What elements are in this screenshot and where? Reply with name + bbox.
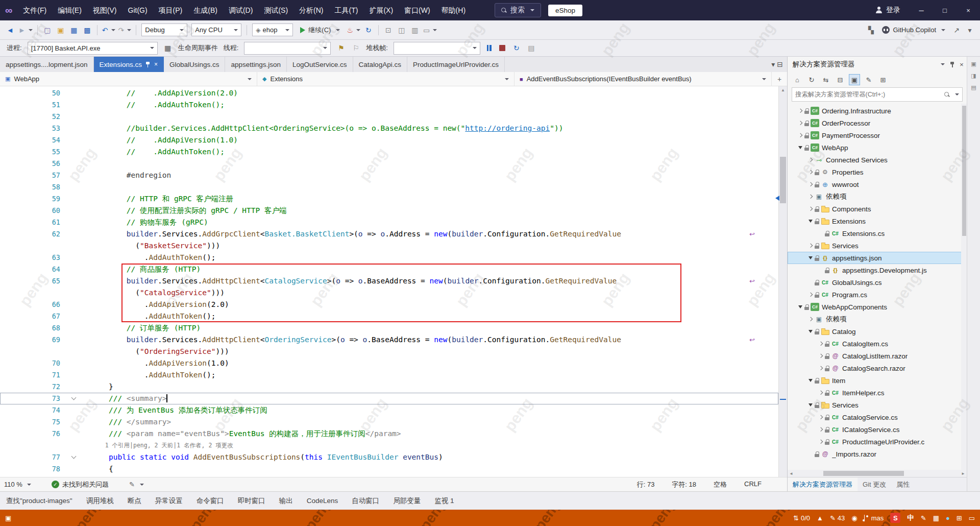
code-line[interactable]: 73 /// <summary> (0, 393, 778, 404)
forward-icon[interactable]: ► (17, 24, 34, 36)
expand-arrow[interactable] (816, 367, 825, 370)
code-line[interactable]: 76 /// <param name="eventBus">EventBus 的… (0, 428, 778, 440)
expand-arrow[interactable] (806, 183, 815, 186)
expand-arrow[interactable] (806, 195, 815, 198)
code-line[interactable]: 54 // .AddApiVersion(1.0) (0, 134, 778, 146)
tree-item[interactable]: ⊸Connected Services (788, 154, 967, 166)
tree-item[interactable]: ⊕wwwroot (788, 178, 967, 190)
fold-collapse-icon[interactable] (71, 395, 76, 400)
tool-window-tab[interactable]: 解决方案资源管理器 (788, 477, 857, 491)
close-icon[interactable]: × (154, 61, 158, 68)
line-number[interactable]: 60 (0, 205, 66, 217)
scroll-right-icon[interactable]: ► (960, 471, 967, 476)
fold-margin[interactable] (66, 404, 81, 416)
fold-margin[interactable] (66, 416, 81, 428)
home-icon[interactable]: ⌂ (792, 74, 803, 85)
document-tab[interactable]: appsettings.json (225, 57, 287, 72)
line-number[interactable]: 57 (0, 170, 66, 181)
code-map-icon[interactable]: ▥ (409, 24, 421, 36)
refresh-icon[interactable]: ↻ (806, 74, 817, 85)
flag-outline-icon[interactable]: ⚐ (350, 42, 362, 54)
expand-arrow[interactable] (816, 440, 825, 443)
line-number[interactable]: 61 (0, 217, 66, 228)
panel-tab[interactable]: 调用堆栈 (86, 496, 114, 506)
pencil-icon[interactable]: ✎43 (830, 514, 845, 522)
document-tab[interactable]: Extensions.cs× (94, 57, 164, 72)
tab-list-icon[interactable]: ▾ (771, 60, 775, 68)
code-pane[interactable]: 50 // .AddApiVersion(2.0)51 // .AddAuthT… (0, 86, 778, 477)
expand-arrow[interactable] (806, 403, 815, 407)
fold-margin[interactable] (66, 205, 81, 217)
line-number[interactable]: 52 (0, 111, 66, 123)
expand-arrow[interactable] (806, 330, 815, 333)
line-number[interactable]: 64 (0, 264, 66, 275)
tree-item[interactable]: @_Imports.razor (788, 448, 967, 460)
rail-list-icon[interactable]: ▤ (971, 84, 976, 91)
tree-item[interactable]: C#WebAppComponents (788, 301, 967, 313)
line-number[interactable]: 51 (0, 99, 66, 111)
scrollbar-thumb[interactable] (962, 106, 966, 236)
expand-arrow[interactable] (816, 391, 825, 394)
code-line[interactable]: 58 (0, 181, 778, 193)
line-number[interactable]: 74 (0, 404, 66, 416)
tree-item[interactable]: C#Extensions.cs (788, 227, 967, 240)
fold-margin[interactable] (66, 310, 81, 322)
space-indicator[interactable]: 空格 (714, 480, 727, 489)
terminal-icon[interactable]: ▚ (865, 24, 877, 36)
expand-arrow[interactable] (796, 122, 804, 125)
config-dropdown[interactable]: Debug (141, 23, 187, 36)
menu-item[interactable]: 工具(T) (329, 0, 364, 20)
collapse-all-icon[interactable]: ⊟ (835, 74, 846, 85)
expand-arrow[interactable] (796, 146, 804, 149)
step-over-icon[interactable]: ⊡ (382, 24, 395, 36)
line-number[interactable]: 68 (0, 322, 66, 334)
tree-item[interactable]: {}appsettings.Development.js (788, 264, 967, 276)
sync-with-active-document-icon[interactable]: ▣ (849, 74, 860, 85)
feedback-icon[interactable]: ▾ (964, 24, 976, 36)
code-line[interactable]: 51 // .AddAuthToken(); (0, 99, 778, 111)
panel-tab[interactable]: 断点 (128, 496, 141, 506)
pen-dropdown[interactable]: ✎ (129, 481, 144, 488)
code-line[interactable]: 64 // 商品服务 (HTTP) (0, 264, 778, 275)
expand-arrow[interactable] (816, 428, 825, 431)
code-line[interactable]: 74 /// 为 EventBus 添加各类订单状态事件订阅 (0, 404, 778, 416)
breadcrumb-item[interactable]: ▣WebApp (0, 72, 257, 86)
fold-margin[interactable] (66, 322, 81, 334)
back-icon[interactable]: ◄ (4, 24, 16, 36)
line-number[interactable]: 76 (0, 428, 66, 440)
code-line[interactable]: 68 // 订单服务 (HTTP) (0, 322, 778, 334)
tool-window-tab[interactable]: 属性 (891, 477, 915, 491)
sogou-input-icon[interactable]: S (890, 513, 900, 523)
fold-margin[interactable] (66, 463, 81, 475)
fold-margin[interactable] (66, 134, 81, 146)
code-line[interactable]: 65 builder.Services.AddHttpClient<Catalo… (0, 275, 778, 287)
code-line[interactable]: 72 } (0, 381, 778, 393)
fold-margin[interactable] (66, 87, 81, 99)
line-number[interactable] (0, 287, 66, 299)
flag-icon[interactable]: ⚑ (335, 42, 347, 54)
line-number[interactable]: 72 (0, 381, 66, 393)
stop-icon[interactable] (499, 45, 505, 51)
panel-tab[interactable]: 自动窗口 (352, 496, 379, 506)
expand-arrow[interactable] (806, 318, 815, 321)
save-icon[interactable]: ▦ (68, 24, 80, 36)
undo-icon[interactable]: ↶ (101, 24, 116, 36)
tree-item[interactable]: @CatalogSearch.razor (788, 362, 967, 374)
pin-icon[interactable] (950, 61, 954, 68)
tree-item[interactable]: C#Ordering.Infrastructure (788, 105, 967, 117)
ime-pen-icon[interactable]: ✎ (921, 514, 926, 522)
code-line[interactable]: 57 #endregion (0, 170, 778, 181)
document-tab[interactable]: ProductImageUrlProvider.cs (407, 57, 505, 72)
process-list-icon[interactable]: ▦ (162, 42, 174, 54)
code-line[interactable]: ("BasketService"))) (0, 240, 778, 252)
expand-arrow[interactable] (796, 109, 804, 112)
tool-window-tab[interactable]: Git 更改 (857, 477, 891, 491)
fold-margin[interactable] (66, 428, 81, 440)
switch-views-icon[interactable]: ⇆ (820, 74, 831, 85)
panel-tab[interactable]: 查找"product-images" (6, 496, 72, 506)
code-line[interactable]: 66 .AddApiVersion(2.0) (0, 299, 778, 310)
solution-search-box[interactable] (792, 87, 963, 102)
fold-margin[interactable] (66, 228, 81, 240)
expand-arrow[interactable] (806, 220, 815, 223)
more-options-icon[interactable]: ▤ (525, 42, 537, 54)
